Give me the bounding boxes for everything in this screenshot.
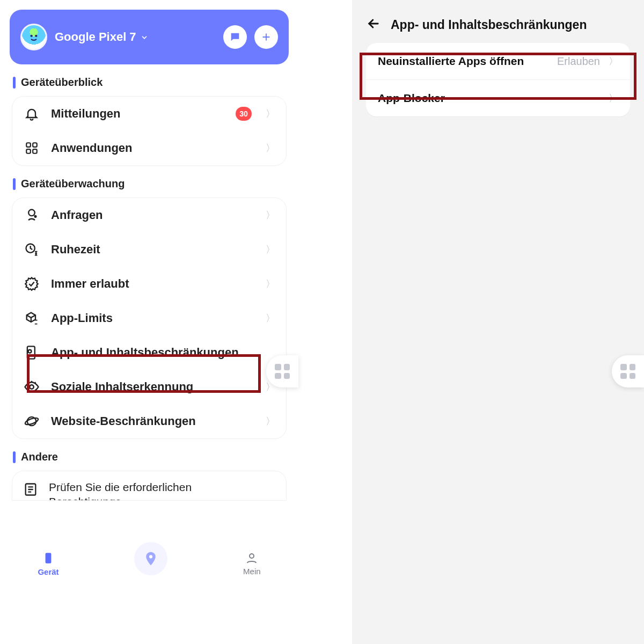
nav-device[interactable]: Gerät	[38, 551, 58, 576]
floating-apps-button[interactable]	[266, 355, 298, 387]
section-title-other: Andere	[13, 451, 287, 463]
row-label: Immer erlaubt	[51, 277, 255, 291]
svg-point-1	[35, 35, 37, 37]
svg-rect-15	[46, 553, 52, 564]
overview-card: Mitteilungen 30 〉 Anwendungen 〉	[12, 96, 287, 166]
svg-rect-4	[26, 149, 31, 153]
website-restrictions-row[interactable]: Website-Beschränkungen 〉	[12, 404, 286, 438]
chevron-right-icon: 〉	[266, 415, 275, 428]
row-label: Neuinstallierte Apps öffnen	[378, 55, 551, 68]
row-label: Anfragen	[51, 208, 255, 222]
row-label: Prüfen Sie die erforderlichen Berechtigu…	[49, 480, 275, 501]
bell-icon	[23, 105, 40, 122]
left-screen: Google Pixel 7 Geräteüberblick Mitteilun…	[0, 0, 298, 644]
device-settings-icon	[23, 344, 40, 361]
svg-point-13	[24, 416, 39, 426]
grid-icon	[275, 364, 290, 379]
right-screen: App- und Inhaltsbeschränkungen Neuinstal…	[352, 0, 644, 644]
arrow-left-icon	[366, 16, 381, 31]
requests-row[interactable]: Anfragen 〉	[12, 198, 286, 232]
notifications-badge: 30	[236, 107, 252, 121]
monitoring-card: Anfragen 〉 Ruhezeit 〉 Immer erlaubt 〉	[12, 197, 287, 439]
svg-rect-3	[33, 143, 37, 147]
avatar[interactable]	[20, 24, 47, 50]
chevron-right-icon: 〉	[266, 142, 275, 155]
device-header: Google Pixel 7	[10, 10, 289, 64]
section-title-label: Geräteüberblick	[21, 76, 103, 89]
svg-point-7	[35, 216, 36, 217]
bottom-nav: Gerät Mein	[0, 541, 298, 586]
checklist-icon	[23, 482, 38, 499]
social-detection-row[interactable]: Soziale Inhaltserkennung 〉	[12, 370, 286, 404]
chevron-down-icon	[141, 34, 148, 41]
device-icon	[41, 551, 55, 565]
row-label: Anwendungen	[51, 141, 255, 155]
app-blocker-row[interactable]: App-Blocker 〉	[366, 79, 630, 116]
chevron-right-icon: 〉	[609, 92, 618, 105]
planet-icon	[23, 413, 40, 430]
floating-apps-button[interactable]	[612, 355, 644, 387]
person-icon	[245, 552, 258, 565]
check-permissions-row[interactable]: Prüfen Sie die erforderlichen Berechtigu…	[12, 471, 287, 501]
newly-installed-apps-row[interactable]: Neuinstallierte Apps öffnen Erlauben 〉	[366, 43, 630, 79]
downtime-row[interactable]: Ruhezeit 〉	[12, 232, 286, 267]
svg-rect-5	[33, 149, 37, 153]
row-label: App-Blocker	[378, 92, 600, 105]
notifications-row[interactable]: Mitteilungen 30 〉	[12, 97, 286, 131]
always-allowed-row[interactable]: Immer erlaubt 〉	[12, 267, 286, 301]
nav-label: Mein	[243, 567, 261, 576]
content-restrictions-row[interactable]: App- und Inhaltsbeschränkungen	[12, 335, 286, 370]
device-name-label: Google Pixel 7	[55, 30, 136, 44]
section-title-monitoring: Geräteüberwachung	[13, 178, 287, 190]
chevron-right-icon: 〉	[609, 55, 618, 68]
section-title-label: Geräteüberwachung	[21, 178, 125, 190]
section-title-overview: Geräteüberblick	[13, 76, 287, 89]
header-actions	[223, 25, 278, 49]
grid-icon	[620, 364, 635, 379]
row-label: App-Limits	[51, 311, 255, 325]
eye-icon	[23, 378, 40, 396]
check-badge-icon	[23, 275, 40, 292]
svg-point-6	[28, 210, 35, 216]
page-title: App- und Inhaltsbeschränkungen	[391, 18, 587, 32]
row-label: App- und Inhaltsbeschränkungen	[51, 346, 275, 360]
apps-icon	[23, 140, 40, 157]
row-value: Erlauben	[557, 55, 600, 68]
device-selector[interactable]: Google Pixel 7	[55, 30, 223, 44]
add-button[interactable]	[254, 25, 278, 49]
row-label: Website-Beschränkungen	[51, 414, 255, 428]
messages-button[interactable]	[223, 25, 247, 49]
chevron-right-icon: 〉	[266, 243, 275, 256]
back-button[interactable]	[366, 16, 381, 33]
right-header: App- und Inhaltsbeschränkungen	[352, 0, 644, 43]
section-title-label: Andere	[21, 451, 58, 463]
chevron-right-icon: 〉	[266, 277, 275, 290]
chevron-right-icon: 〉	[266, 312, 275, 325]
svg-point-17	[250, 554, 254, 558]
applications-row[interactable]: Anwendungen 〉	[12, 131, 286, 165]
svg-point-0	[31, 35, 33, 37]
chat-icon	[229, 31, 241, 43]
svg-point-11	[30, 385, 34, 389]
pin-icon	[143, 551, 159, 567]
plus-icon	[260, 31, 272, 43]
app-limits-row[interactable]: App-Limits 〉	[12, 301, 286, 335]
row-label: Mitteilungen	[51, 107, 225, 121]
nav-location[interactable]	[134, 542, 167, 575]
nav-mine[interactable]: Mein	[243, 552, 261, 576]
nav-label: Gerät	[38, 567, 58, 576]
right-settings-card: Neuinstallierte Apps öffnen Erlauben 〉 A…	[366, 43, 630, 116]
requests-icon	[23, 207, 40, 224]
cube-hourglass-icon	[23, 310, 40, 327]
chevron-right-icon: 〉	[266, 107, 275, 120]
svg-point-16	[149, 555, 152, 558]
svg-rect-2	[26, 143, 31, 147]
clock-hourglass-icon	[23, 241, 40, 258]
row-label: Soziale Inhaltserkennung	[51, 380, 255, 394]
row-label: Ruhezeit	[51, 243, 255, 257]
chevron-right-icon: 〉	[266, 209, 275, 222]
